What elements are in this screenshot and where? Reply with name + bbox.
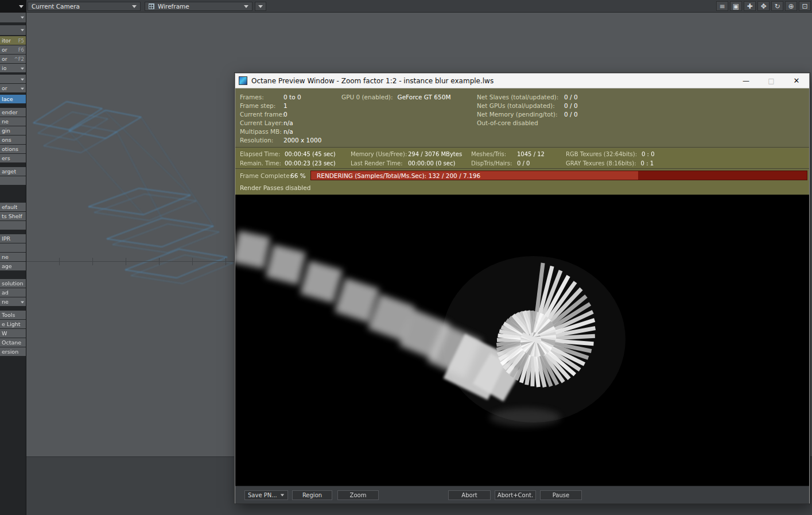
sidebar-item-ender[interactable]: ender bbox=[0, 108, 26, 117]
window-titlebar[interactable]: Octane Preview Window - Zoom factor 1:2 … bbox=[235, 73, 809, 88]
sidebar-item-label: or bbox=[2, 85, 7, 91]
abort-continue-button[interactable]: Abort+Cont. bbox=[495, 490, 536, 500]
sidebar-item-ne[interactable]: ne bbox=[0, 297, 26, 306]
stat-value: 0 : 0 bbox=[642, 151, 654, 157]
info-value: 0 to 0 bbox=[283, 94, 301, 100]
save-icon[interactable]: ▣ bbox=[730, 1, 742, 11]
sidebar-item-or[interactable]: or^F2 bbox=[0, 55, 26, 63]
sidebar-item-lace[interactable]: lace bbox=[0, 95, 26, 103]
chevron-down-icon bbox=[132, 5, 137, 8]
render-viewport bbox=[235, 195, 809, 486]
sidebar-item-label: Tools bbox=[2, 312, 15, 318]
wireframe-mode-icon bbox=[149, 3, 154, 9]
stat-label: GRAY Texures (8:16bits): bbox=[566, 160, 636, 166]
sidebar-item[interactable] bbox=[0, 176, 26, 185]
sidebar-item-or[interactable]: or bbox=[0, 84, 26, 92]
chevron-down-icon bbox=[21, 301, 24, 304]
sidebar-item-label: Octane bbox=[2, 339, 21, 346]
stat-cell: Memory (Use/Free):294 / 3076 MBytes bbox=[351, 150, 462, 158]
sidebar-item-label: ne bbox=[2, 118, 9, 125]
sidebar-item-solution[interactable]: solution bbox=[0, 279, 26, 288]
info-label: Current frame: bbox=[240, 111, 283, 118]
viewport-nav-icons: ≡ ▣ ✚ ✥ ↻ ⊕ ⊡ bbox=[716, 1, 811, 11]
pause-button[interactable]: Pause bbox=[540, 490, 582, 500]
sidebar-item[interactable] bbox=[0, 25, 26, 35]
sidebar-item-label: ad bbox=[2, 289, 9, 296]
close-button[interactable]: ✕ bbox=[784, 73, 809, 88]
sidebar-item-label: or bbox=[2, 47, 7, 53]
sidebar-item[interactable] bbox=[0, 75, 26, 83]
info-label: Resolution: bbox=[240, 137, 283, 144]
sidebar-item-ersion[interactable]: ersion bbox=[0, 347, 26, 356]
sidebar-item-ers[interactable]: ers bbox=[0, 154, 26, 162]
zoom-button[interactable]: Zoom bbox=[337, 490, 379, 500]
frame-complete-value: 66 % bbox=[290, 172, 306, 179]
gpu-value: GeForce GT 650M bbox=[398, 94, 451, 100]
window-footer-toolbar: Save PN...RegionZoomAbortAbort+Cont.Paus… bbox=[235, 486, 809, 504]
rotate-icon[interactable]: ↻ bbox=[771, 1, 783, 11]
stat-value: 0 : 1 bbox=[641, 160, 654, 166]
fit-view-icon[interactable]: ⊡ bbox=[799, 1, 811, 11]
chevron-down-icon bbox=[258, 5, 263, 8]
maximize-button[interactable]: □ bbox=[759, 73, 784, 88]
sidebar-item-otions[interactable]: otions bbox=[0, 145, 26, 153]
sidebar-item[interactable] bbox=[0, 13, 26, 22]
sidebar-item-or[interactable]: orF6 bbox=[0, 45, 26, 54]
abort-button[interactable]: Abort bbox=[448, 490, 491, 500]
sidebar-item-gin[interactable]: gin bbox=[0, 126, 26, 135]
viewport-corner-dropdown[interactable] bbox=[0, 0, 26, 13]
sidebar-item-ts-shelf[interactable]: ts Shelf bbox=[0, 212, 26, 220]
stat-value: 00:00:23 (23 sec) bbox=[285, 160, 336, 166]
stat-value: 0 / 0 bbox=[517, 160, 530, 166]
sidebar-item-ne[interactable]: ne bbox=[0, 117, 26, 126]
sidebar-item-ons[interactable]: ons bbox=[0, 135, 26, 144]
sidebar-item-label: ersion bbox=[2, 349, 18, 355]
sidebar-item-arget[interactable]: arget bbox=[0, 167, 26, 176]
sidebar-item-label: solution bbox=[2, 280, 24, 286]
sidebar-item-io[interactable]: io bbox=[0, 64, 26, 72]
stat-value: 00:00:00 (0 sec) bbox=[408, 160, 455, 166]
sidebar-item-label: arget bbox=[2, 168, 16, 175]
net-info-label: Out-of-core disabled bbox=[477, 119, 564, 126]
stat-cell: Remain. Time:00:00:23 (23 sec) bbox=[240, 160, 336, 167]
stat-value: 294 / 3076 MBytes bbox=[408, 151, 462, 157]
sidebar-item-w[interactable]: W bbox=[0, 329, 26, 338]
pan-icon[interactable]: ✚ bbox=[744, 1, 756, 11]
stat-value: 1045 / 12 bbox=[517, 151, 545, 157]
sidebar-item-tools[interactable]: Tools bbox=[0, 311, 26, 319]
chevron-down-icon bbox=[244, 5, 248, 8]
stat-cell: Last Render Time:00:00:00 (0 sec) bbox=[351, 160, 455, 167]
frame-info-column: Frames:0 to 0Frame step:1Current frame:0… bbox=[240, 92, 321, 144]
sidebar-item-label: io bbox=[2, 65, 6, 71]
sidebar-item-octane[interactable]: Octane bbox=[0, 338, 26, 347]
sidebar-item-ipr[interactable]: IPR bbox=[0, 234, 26, 243]
sidebar-item-age[interactable]: age bbox=[0, 262, 26, 270]
shading-mode-dropdown[interactable]: Wireframe bbox=[145, 2, 252, 11]
sidebar-item-ne[interactable]: ne bbox=[0, 253, 26, 261]
sidebar-item-shortcut: ^F2 bbox=[14, 56, 24, 62]
sidebar-item-itor[interactable]: itorF5 bbox=[0, 36, 26, 45]
region-button[interactable]: Region bbox=[292, 490, 332, 500]
sidebar-item[interactable] bbox=[0, 243, 26, 252]
info-value: 2000 x 1000 bbox=[283, 137, 321, 144]
viewport-options-dropdown[interactable] bbox=[255, 2, 266, 11]
sidebar-item-label: ts Shelf bbox=[2, 213, 22, 219]
sidebar-item-e-light[interactable]: e Light bbox=[0, 320, 26, 328]
save-image-button[interactable]: Save PN... bbox=[244, 490, 288, 500]
minimize-button[interactable]: — bbox=[733, 73, 759, 88]
sidebar-item-efault[interactable]: efault bbox=[0, 203, 26, 211]
sidebar-item-label: or bbox=[2, 56, 7, 62]
menu-icon[interactable]: ≡ bbox=[716, 1, 728, 11]
chevron-down-icon bbox=[21, 17, 24, 19]
gpu-info-column: GPU 0 (enabled): GeForce GT 650M bbox=[341, 92, 450, 101]
wireframe-preview bbox=[26, 13, 240, 369]
render-passes-row: Render Passes disabled bbox=[235, 182, 809, 195]
sidebar-item-shortcut: F6 bbox=[18, 47, 24, 53]
zoom-in-icon[interactable]: ⊕ bbox=[785, 1, 797, 11]
move-icon[interactable]: ✥ bbox=[757, 1, 770, 11]
info-label: Multipass MB: bbox=[240, 128, 283, 135]
net-info-label: Net Slaves (total/updated): bbox=[477, 94, 564, 100]
camera-select-dropdown[interactable]: Current Camera bbox=[28, 2, 141, 11]
sidebar-item[interactable] bbox=[0, 221, 26, 230]
sidebar-item-ad[interactable]: ad bbox=[0, 288, 26, 297]
